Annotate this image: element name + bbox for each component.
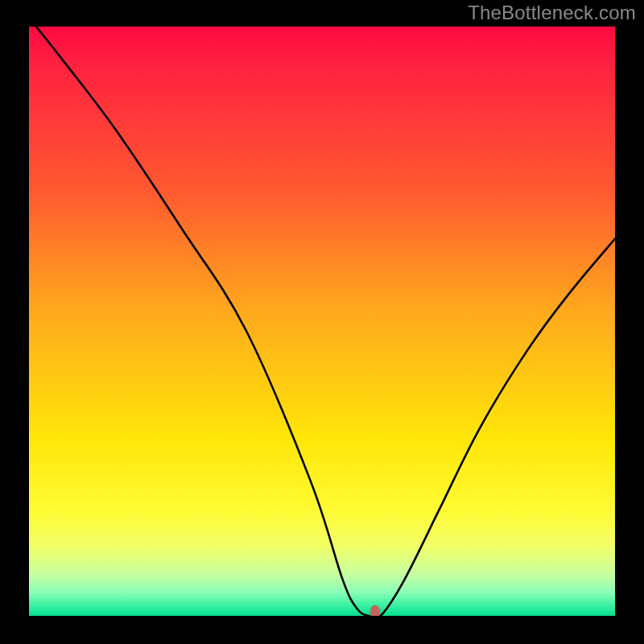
plot-area	[29, 27, 615, 616]
optimal-marker	[370, 605, 380, 616]
chart-container: TheBottleneck.com	[0, 0, 644, 644]
watermark-text: TheBottleneck.com	[468, 2, 636, 24]
bottleneck-curve	[29, 27, 615, 616]
curve-path	[29, 27, 615, 616]
